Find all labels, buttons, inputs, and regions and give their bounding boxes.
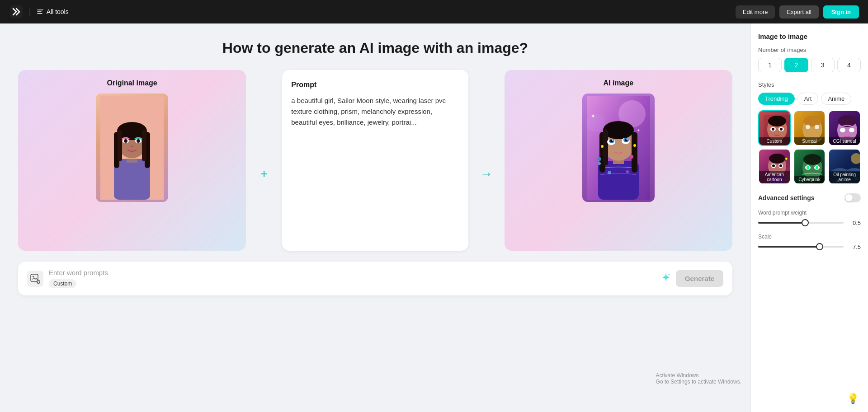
toggle-knob — [845, 194, 853, 201]
style-item-oil[interactable]: Oil painting anime — [828, 149, 861, 184]
svg-point-29 — [598, 162, 601, 165]
svg-text:✦: ✦ — [637, 128, 640, 133]
prompt-label: Prompt — [291, 81, 459, 89]
svg-point-28 — [630, 155, 633, 159]
style-item-surreal[interactable]: Surreal — [793, 110, 826, 146]
style-grid: Custom Surreal — [758, 110, 861, 184]
num-btn-3[interactable]: 3 — [811, 58, 835, 72]
edit-more-button[interactable]: Edit more — [736, 5, 775, 19]
style-label-cyberpunk: Cyberpunk — [794, 176, 825, 183]
style-tab-trending[interactable]: Trending — [758, 93, 795, 105]
style-item-american[interactable]: ✦ American cartoon — [758, 149, 791, 184]
generate-button[interactable]: Generate — [676, 270, 723, 287]
num-btn-4[interactable]: 4 — [837, 58, 861, 72]
word-prompt-weight-label: Word prompt weight — [758, 210, 861, 216]
svg-point-69 — [772, 164, 775, 167]
svg-rect-25 — [632, 132, 637, 173]
scale-slider-track[interactable] — [758, 246, 844, 248]
original-image-card: Original image — [18, 70, 246, 251]
arrow-connector: → — [477, 70, 495, 251]
nav-divider: | — [29, 7, 31, 17]
num-btn-1[interactable]: 1 — [758, 58, 782, 72]
all-tools-label: All tools — [47, 8, 69, 15]
svg-point-48 — [768, 116, 786, 126]
input-area: Enter word prompts Custom Generate — [18, 262, 732, 295]
svg-point-56 — [806, 125, 810, 129]
demo-area: Original image — [18, 70, 732, 251]
svg-point-27 — [598, 157, 601, 161]
word-prompt-slider-track[interactable] — [758, 222, 844, 224]
scale-slider-knob[interactable] — [816, 243, 823, 250]
all-tools-link[interactable]: All tools — [37, 8, 69, 15]
svg-point-77 — [807, 166, 809, 169]
input-right-actions: Generate — [660, 270, 723, 287]
style-tab-anime[interactable]: Anime — [821, 93, 851, 105]
svg-point-43 — [33, 276, 34, 277]
styles-label: Styles — [758, 81, 861, 88]
sidebar-title: Image to image — [758, 33, 861, 40]
svg-point-51 — [772, 128, 774, 131]
svg-point-13 — [137, 139, 140, 143]
num-images-grid: 1 2 3 4 — [758, 58, 861, 72]
word-prompt-slider-fill — [758, 222, 805, 224]
custom-style-badge[interactable]: Custom — [49, 279, 76, 288]
right-sidebar: Image to image Number of images 1 2 3 4 … — [750, 23, 868, 412]
input-text-container: Enter word prompts Custom — [49, 269, 655, 288]
style-item-custom[interactable]: Custom — [758, 110, 791, 146]
num-images-label: Number of images — [758, 47, 861, 53]
styles-tabs: Trending Art Anime — [758, 93, 861, 105]
svg-rect-8 — [118, 130, 122, 161]
word-prompt-slider-knob[interactable] — [802, 219, 809, 226]
num-btn-2[interactable]: 2 — [784, 58, 808, 72]
svg-point-61 — [840, 128, 845, 132]
advanced-settings-toggle[interactable] — [844, 193, 861, 202]
main-content: How to generate an AI image with an imag… — [0, 23, 868, 412]
input-placeholder[interactable]: Enter word prompts — [49, 269, 655, 276]
sign-in-button[interactable]: Sign in — [823, 5, 859, 19]
svg-point-37 — [626, 139, 627, 140]
svg-point-40 — [601, 145, 604, 148]
svg-point-66 — [769, 154, 785, 164]
center-area: How to generate an AI image with an imag… — [0, 23, 750, 412]
svg-point-74 — [803, 154, 821, 165]
app-logo[interactable] — [9, 5, 24, 19]
ai-image: ✦ ✦ — [582, 94, 655, 202]
svg-point-70 — [779, 164, 782, 167]
ai-image-card: AI image — [505, 70, 732, 251]
image-add-icon[interactable] — [27, 271, 43, 287]
svg-point-81 — [851, 153, 861, 164]
prompt-card: Prompt a beautiful girl, Sailor Moon sty… — [282, 70, 468, 251]
svg-rect-26 — [603, 129, 608, 165]
sparkle-button[interactable] — [660, 272, 671, 285]
style-item-cyberpunk[interactable]: Cyberpunk — [793, 149, 826, 184]
word-prompt-weight-value: 0.5 — [848, 220, 861, 226]
svg-point-55 — [803, 116, 821, 126]
svg-point-62 — [849, 128, 854, 132]
ai-image-label: AI image — [604, 79, 634, 87]
export-all-button[interactable]: Export all — [779, 5, 818, 19]
original-image-label: Original image — [107, 79, 157, 87]
advanced-settings-label: Advanced settings — [758, 194, 814, 201]
style-label-cgi: CGI surreal — [829, 137, 860, 145]
svg-point-17 — [587, 114, 605, 132]
scale-slider-row: 7.5 — [758, 243, 861, 250]
style-label-oil: Oil painting anime — [829, 171, 860, 183]
style-label-custom: Custom — [759, 137, 790, 145]
svg-point-52 — [780, 128, 783, 131]
svg-point-57 — [815, 125, 819, 129]
lightbulb-icon[interactable]: 💡 — [847, 393, 859, 405]
svg-point-19 — [608, 171, 611, 174]
advanced-settings-row: Advanced settings — [758, 193, 861, 202]
svg-point-36 — [612, 140, 613, 141]
svg-point-20 — [626, 170, 629, 173]
svg-point-11 — [124, 139, 127, 143]
plus-connector: + — [255, 70, 273, 251]
scale-setting: Scale 7.5 — [758, 234, 861, 250]
original-image — [96, 94, 168, 202]
scale-label: Scale — [758, 234, 861, 240]
word-prompt-weight-setting: Word prompt weight 0.5 — [758, 210, 861, 226]
topnav: | All tools Edit more Export all Sign in — [0, 0, 868, 23]
style-tab-art[interactable]: Art — [797, 93, 819, 105]
svg-rect-9 — [142, 130, 146, 161]
style-item-cgi[interactable]: CGI surreal — [828, 110, 861, 146]
